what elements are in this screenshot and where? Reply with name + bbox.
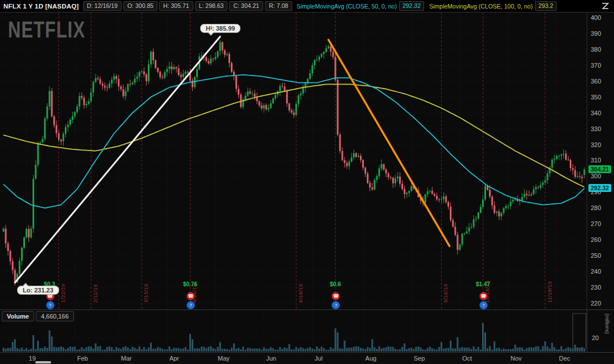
month-label: Apr (169, 355, 179, 362)
price-tick: 250 (591, 252, 601, 259)
info-marker-icon[interactable]: ? (46, 301, 55, 309)
price-bubble: 292.32 (588, 184, 611, 192)
info-marker-icon[interactable]: ? (479, 301, 488, 309)
eps-label: $0.76 (176, 281, 204, 287)
month-label: 19 (29, 355, 36, 362)
trading-platform-window: NFLX 1 Y 1D [NASDAQ] D: 12/16/19O: 300.8… (0, 0, 614, 364)
event-date-label: 3/13/19 (143, 258, 149, 303)
price-tick: 260 (591, 236, 601, 243)
event-date-label: 9/16/19 (443, 258, 449, 303)
event-date-label: 1/22/19 (60, 258, 66, 303)
month-label: Sep (414, 355, 425, 362)
price-tick: 320 (591, 141, 601, 148)
price-tick: 330 (591, 125, 601, 132)
price-tick: 310 (591, 157, 601, 164)
time-axis[interactable]: 19FebMarAprMayJunJulAugSepOctNovDec (0, 352, 614, 364)
month-label: Dec (559, 355, 570, 362)
low-price-tooltip[interactable]: Lo: 231.23 (17, 286, 59, 295)
month-label: May (218, 355, 230, 362)
volume-axis[interactable]: 20 (millions) (587, 310, 614, 352)
study-label[interactable]: SimpleMovingAvg (CLOSE, 100, 0, no) (429, 3, 533, 10)
price-tick: 370 (591, 62, 601, 69)
candlestick-chart-canvas[interactable] (0, 12, 587, 309)
month-label: Jun (266, 355, 276, 362)
price-tick: 380 (591, 46, 601, 53)
event-date-label: 2/11/19 (93, 258, 98, 303)
price-tick: 300 (591, 173, 601, 179)
ohlc-field: C: 304.21 (229, 1, 263, 11)
ohlc-field: O: 300.85 (123, 1, 157, 11)
info-marker-icon[interactable]: ? (186, 301, 195, 309)
price-bubble: 304.21 (588, 165, 611, 173)
month-label: Feb (77, 355, 88, 362)
earnings-call-icon[interactable]: ☎ (479, 292, 488, 300)
ohlc-field: H: 305.71 (159, 1, 193, 11)
high-price-tooltip[interactable]: Hi: 385.99 (200, 24, 240, 33)
volume-pane[interactable]: Volume 4,660,166 20 (millions) (0, 310, 614, 352)
price-tick: 340 (591, 110, 601, 116)
eps-label: $1.47 (469, 281, 496, 287)
study-label[interactable]: SimpleMovingAvg (CLOSE, 50, 0, no) (297, 3, 397, 10)
price-tick: 360 (591, 78, 601, 85)
price-tick: 280 (591, 204, 601, 211)
volume-axis-tick: 20 (592, 334, 599, 341)
price-tick: 270 (591, 220, 601, 227)
study-labels: SimpleMovingAvg (CLOSE, 50, 0, no)292.32… (294, 1, 557, 11)
eps-label: $0.6 (322, 281, 349, 287)
price-chart-pane[interactable]: NETFLIX 1/22/192/11/193/13/194/16/196/18… (0, 12, 614, 309)
ohlc-field: D: 12/16/19 (83, 1, 122, 11)
volume-axis-unit: (millions) (604, 313, 610, 350)
month-label: Jul (314, 355, 322, 362)
event-date-label: 6/18/19 (298, 258, 304, 303)
ohlc-field: L: 298.63 (195, 1, 228, 11)
month-label: Nov (511, 355, 522, 362)
symbol-title: NFLX 1 Y 1D [NASDAQ] (3, 3, 79, 10)
event-date-label: 11/18/19 (547, 258, 553, 303)
volume-bars-canvas[interactable] (0, 310, 587, 352)
price-tick: 400 (591, 14, 601, 21)
ohlc-fields: D: 12/16/19O: 300.85H: 305.71L: 298.63C:… (83, 1, 292, 11)
price-tick: 350 (591, 94, 601, 101)
price-tick: 390 (591, 30, 601, 37)
price-tick: 230 (591, 284, 601, 291)
ohlc-field: R: 7.08 (265, 1, 292, 11)
study-value: 292.32 (399, 1, 424, 11)
month-label: Aug (366, 355, 377, 362)
chart-header-bar: NFLX 1 Y 1D [NASDAQ] D: 12/16/19O: 300.8… (0, 0, 614, 12)
volume-study-label[interactable]: Volume (2, 311, 34, 321)
month-label: Mar (121, 355, 132, 362)
pattern-tool-icon[interactable] (601, 2, 609, 10)
price-axis[interactable]: 4003903803703603503403303203103002902802… (587, 12, 614, 309)
volume-value: 4,660,166 (36, 311, 74, 321)
study-value: 293.2 (535, 1, 557, 11)
earnings-call-icon[interactable]: ☎ (186, 292, 195, 300)
price-tick: 220 (591, 300, 601, 307)
price-tick: 240 (591, 268, 601, 275)
volume-header: Volume 4,660,166 (2, 311, 74, 321)
horizontal-scrollbar[interactable] (35, 361, 51, 363)
month-label: Oct (462, 355, 472, 362)
